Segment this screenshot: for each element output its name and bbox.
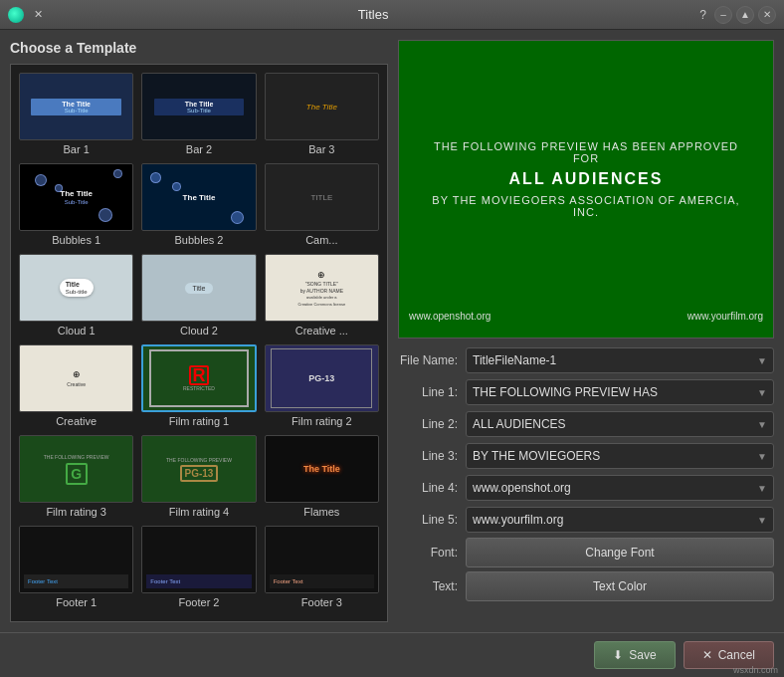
app-icon xyxy=(8,7,24,23)
thumb-label-footer3: Footer 3 xyxy=(265,596,379,608)
thumb-label-cloud1: Cloud 1 xyxy=(19,325,133,337)
help-icon[interactable]: ? xyxy=(699,8,706,22)
template-item-footer1[interactable]: Footer Text Footer 1 xyxy=(17,524,135,610)
maximize-button[interactable]: ▲ xyxy=(736,6,754,24)
template-item-footer3[interactable]: Footer Text Footer 3 xyxy=(263,524,381,610)
right-panel: THE FOLLOWING PREVIEW HAS BEEN APPROVED … xyxy=(398,40,774,622)
thumb-creative: ⊕ "SONG TITLE"by AUTHOR NAMEavailable un… xyxy=(265,254,379,322)
save-icon: ⬇ xyxy=(613,648,623,662)
line3-input[interactable] xyxy=(473,449,755,463)
main-content: Choose a Template The Title Sub-Title Ba… xyxy=(0,30,784,632)
template-item-filmrating3[interactable]: THE FOLLOWING PREVIEW G Film rating 3 xyxy=(17,433,135,520)
line2-input-wrapper[interactable]: ▼ xyxy=(466,411,774,437)
line1-input[interactable] xyxy=(473,385,755,399)
thumb-label-footer2: Footer 2 xyxy=(141,596,256,608)
window-title: Titles xyxy=(47,7,699,22)
form-row-line4: Line 4: ▼ xyxy=(398,474,774,502)
thumb-label-flames: Flames xyxy=(265,506,379,518)
panel-title: Choose a Template xyxy=(10,40,388,56)
line1-arrow-icon[interactable]: ▼ xyxy=(755,387,769,398)
thumb-bar2: The Title Sub-Title xyxy=(141,73,256,140)
line2-input[interactable] xyxy=(473,417,755,431)
text-color-button[interactable]: Text Color xyxy=(466,571,774,601)
thumb-label-cam: Cam... xyxy=(265,234,379,246)
template-item-bar2[interactable]: The Title Sub-Title Bar 2 xyxy=(139,71,258,157)
left-panel: Choose a Template The Title Sub-Title Ba… xyxy=(10,40,388,622)
form-area: File Name: ▼ Line 1: ▼ Line 2: ▼ xyxy=(398,346,774,622)
titlebar-controls: ? – ▲ ✕ xyxy=(699,6,776,24)
change-font-button[interactable]: Change Font xyxy=(466,538,774,567)
save-button[interactable]: ⬇ Save xyxy=(594,641,675,669)
form-row-line2: Line 2: ▼ xyxy=(398,410,774,438)
line4-input-wrapper[interactable]: ▼ xyxy=(466,475,774,501)
thumb-label-footer1: Footer 1 xyxy=(19,596,133,608)
template-item-bubbles1[interactable]: The Title Sub-Title Bubbles 1 xyxy=(17,161,135,248)
thumb-footer1: Footer Text xyxy=(19,526,133,593)
template-item-footer2[interactable]: Footer Text Footer 2 xyxy=(139,524,258,610)
thumb-footer2: Footer Text xyxy=(141,526,256,593)
preview-footer: www.openshot.org www.yourfilm.org xyxy=(399,311,773,322)
template-item-creative[interactable]: ⊕ "SONG TITLE"by AUTHOR NAMEavailable un… xyxy=(263,252,381,338)
filename-arrow-icon[interactable]: ▼ xyxy=(755,355,769,366)
template-item-filmrating1[interactable]: R RESTRICTED Film rating 1 xyxy=(139,342,258,429)
template-item-cam[interactable]: TITLE Cam... xyxy=(263,161,381,248)
thumb-label-filmrating1: Film rating 1 xyxy=(141,415,256,427)
template-grid: The Title Sub-Title Bar 1 The Title Sub-… xyxy=(11,65,387,616)
line1-input-wrapper[interactable]: ▼ xyxy=(466,379,774,405)
line2-label: Line 2: xyxy=(398,417,458,431)
filename-input[interactable] xyxy=(473,353,755,367)
thumb-label-bar1: Bar 1 xyxy=(19,143,133,155)
preview-footer-left: www.openshot.org xyxy=(409,311,490,322)
thumb-bubbles2: The Title xyxy=(141,163,256,231)
template-item-filmrating4[interactable]: THE FOLLOWING PREVIEW PG-13 Film rating … xyxy=(139,433,258,520)
line5-arrow-icon[interactable]: ▼ xyxy=(755,515,769,526)
line2-arrow-icon[interactable]: ▼ xyxy=(755,419,769,430)
line3-input-wrapper[interactable]: ▼ xyxy=(466,443,774,469)
template-item-cloud1[interactable]: TitleSub-title Cloud 1 xyxy=(17,252,135,338)
thumb-label-cloud2: Cloud 2 xyxy=(141,325,256,337)
preview-main-text: ALL AUDIENCES xyxy=(509,170,664,188)
line3-label: Line 3: xyxy=(398,449,458,463)
form-row-filename: File Name: ▼ xyxy=(398,346,774,374)
form-row-line5: Line 5: ▼ xyxy=(398,506,774,534)
preview-top-text: THE FOLLOWING PREVIEW HAS BEEN APPROVED … xyxy=(419,140,753,164)
thumb-filmrating3: THE FOLLOWING PREVIEW G xyxy=(19,435,133,503)
thumb-bubbles1: The Title Sub-Title xyxy=(19,163,133,231)
cancel-icon: ✕ xyxy=(702,648,712,662)
titlebar-close-x-btn[interactable]: ✕ xyxy=(30,6,47,23)
line5-label: Line 5: xyxy=(398,513,458,527)
bottom-bar: ⬇ Save ✕ Cancel xyxy=(0,632,784,677)
line5-input-wrapper[interactable]: ▼ xyxy=(466,507,774,533)
minimize-button[interactable]: – xyxy=(714,6,732,24)
titlebar: ✕ Titles ? – ▲ ✕ xyxy=(0,0,784,30)
thumb-label-creative2: Creative xyxy=(19,415,133,427)
template-item-creative2[interactable]: ⊕ Creative Creative xyxy=(17,342,135,429)
line4-input[interactable] xyxy=(473,481,755,495)
save-label: Save xyxy=(629,648,656,662)
template-item-bar1[interactable]: The Title Sub-Title Bar 1 xyxy=(17,71,135,157)
thumb-cloud2: Title xyxy=(141,254,256,322)
form-row-text-color: Text: Text Color xyxy=(398,571,774,601)
template-item-filmrating2[interactable]: PG-13 Film rating 2 xyxy=(263,342,381,429)
thumb-filmrating1: R RESTRICTED xyxy=(141,344,256,412)
thumb-flames: The Title xyxy=(265,435,379,503)
thumb-label-creative: Creative ... xyxy=(265,325,379,337)
template-item-flames[interactable]: The Title Flames xyxy=(263,433,381,520)
template-item-bubbles2[interactable]: The Title Bubbles 2 xyxy=(139,161,258,248)
template-grid-container[interactable]: The Title Sub-Title Bar 1 The Title Sub-… xyxy=(10,64,388,622)
line4-arrow-icon[interactable]: ▼ xyxy=(755,483,769,494)
line5-input[interactable] xyxy=(473,513,755,527)
thumb-bar1: The Title Sub-Title xyxy=(19,73,133,140)
filename-input-wrapper[interactable]: ▼ xyxy=(466,347,774,373)
close-button[interactable]: ✕ xyxy=(758,6,776,24)
cancel-label: Cancel xyxy=(718,648,755,662)
form-row-line1: Line 1: ▼ xyxy=(398,378,774,406)
thumb-bar3: The Title xyxy=(265,73,379,140)
thumb-label-bar2: Bar 2 xyxy=(141,143,256,155)
thumb-footer3: Footer Text xyxy=(265,526,379,593)
template-item-bar3[interactable]: The Title Bar 3 xyxy=(263,71,381,157)
line1-label: Line 1: xyxy=(398,385,458,399)
line3-arrow-icon[interactable]: ▼ xyxy=(755,451,769,462)
thumb-cloud1: TitleSub-title xyxy=(19,254,133,322)
template-item-cloud2[interactable]: Title Cloud 2 xyxy=(139,252,258,338)
